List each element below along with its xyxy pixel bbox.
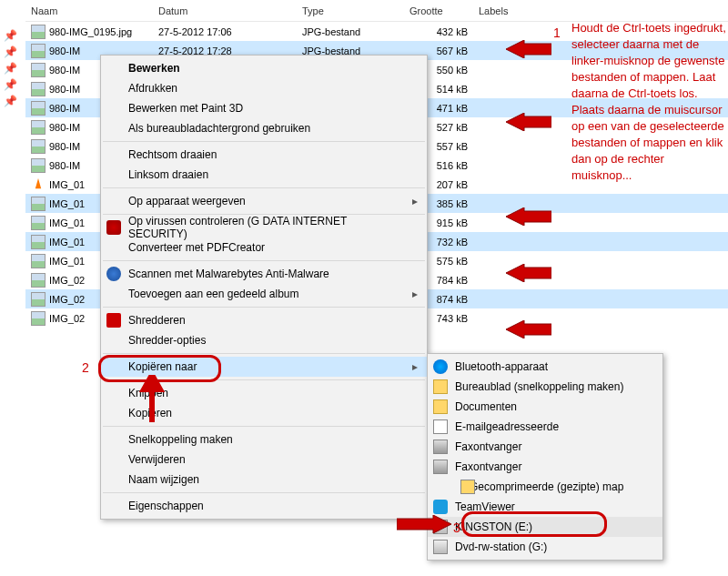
menu-item-label: Verwijderen — [128, 453, 186, 466]
menu-item[interactable]: Als bureaubladachtergrond gebruiken — [101, 118, 427, 138]
file-icon — [31, 63, 46, 77]
submenu-item-label: Bluetooth-apparaat — [455, 360, 548, 373]
submenu-item[interactable]: Gecomprimeerde (gezipte) map — [428, 477, 662, 497]
file-icon — [31, 235, 46, 249]
highlight-circle-kingston — [461, 511, 607, 537]
file-name: 980-IM — [49, 65, 80, 76]
file-name: IMG_01 — [49, 179, 85, 190]
submenu-item[interactable]: Bluetooth-apparaat — [428, 357, 662, 377]
menu-item-label: Shredderen — [128, 314, 186, 327]
menu-item[interactable]: Shredderen — [101, 310, 427, 330]
file-icon — [31, 292, 46, 307]
submenu-item[interactable]: Dvd-rw-station (G:) — [428, 537, 662, 557]
menu-item-label: Shredder-opties — [128, 334, 206, 347]
menu-item-label: Afdrukken — [128, 82, 177, 95]
menu-item-label: Naam wijzigen — [128, 473, 199, 486]
menu-item[interactable]: Eigenschappen — [101, 496, 427, 516]
col-name[interactable]: Naam — [25, 5, 153, 16]
submenu-item-label: Faxontvanger — [455, 440, 521, 453]
menu-item-label: Als bureaubladachtergrond gebruiken — [128, 122, 310, 135]
file-name: IMG_02 — [49, 313, 85, 324]
file-icon — [31, 158, 46, 173]
blue-icon — [106, 267, 121, 281]
pin-icon: 📌 — [4, 95, 16, 107]
menu-item[interactable]: Op virussen controleren (G DATA INTERNET… — [101, 217, 427, 237]
col-labels[interactable]: Labels — [473, 5, 728, 16]
menu-item[interactable]: Afdrukken — [101, 78, 427, 98]
context-menu[interactable]: BewerkenAfdrukkenBewerken met Paint 3DAl… — [100, 55, 428, 520]
pin-icon: 📌 — [4, 78, 16, 91]
menu-item[interactable]: Verwijderen — [101, 450, 427, 470]
menu-item[interactable]: Toevoegen aan een gedeeld album — [101, 284, 427, 304]
submenu-item[interactable]: Faxontvanger — [428, 437, 662, 457]
menu-item[interactable]: Linksom draaien — [101, 165, 427, 185]
file-name: 980-IM — [49, 45, 80, 56]
menu-item-label: Toevoegen aan een gedeeld album — [128, 288, 299, 300]
submenu-item-label: E-mailgeadresseerde — [455, 420, 559, 433]
fax-icon — [433, 460, 448, 474]
submenu-item-label: Documenten — [455, 400, 517, 413]
fax-icon — [433, 440, 448, 454]
menu-item-label: Linksom draaien — [128, 168, 208, 181]
file-type: JPG-bestand — [297, 26, 404, 37]
file-name: 980-IM — [49, 84, 80, 95]
col-size[interactable]: Grootte — [404, 5, 473, 16]
menu-item-label: Rechtsom draaien — [128, 148, 217, 161]
submenu-item-label: Gecomprimeerde (gezipte) map — [470, 480, 623, 493]
submenu-item[interactable]: E-mailgeadresseerde — [428, 417, 662, 437]
file-size: 432 kB — [404, 26, 473, 37]
menu-item[interactable]: Bewerken met Paint 3D — [101, 98, 427, 118]
file-name: 980-IM — [49, 103, 80, 114]
col-type[interactable]: Type — [297, 5, 404, 16]
submenu-item-label: Dvd-rw-station (G:) — [455, 541, 547, 553]
instruction-text: Houdt de Ctrl-toets ingedrukt, selecteer… — [571, 20, 726, 184]
menu-item-label: Snelkoppeling maken — [128, 433, 233, 446]
menu-item[interactable]: Snelkoppeling maken — [101, 429, 427, 450]
menu-item[interactable]: Naam wijzigen — [101, 470, 427, 490]
file-date: 27-5-2012 17:06 — [153, 26, 297, 37]
disk-icon — [433, 540, 448, 554]
selection-arrow — [506, 320, 551, 339]
file-name: 980-IM — [49, 122, 80, 133]
selection-arrow — [506, 207, 551, 226]
menu-item-label: Bewerken — [128, 62, 180, 75]
submenu-item[interactable]: Faxontvanger — [428, 457, 662, 477]
menu-item[interactable]: Bewerken — [101, 58, 427, 78]
file-icon — [31, 216, 46, 230]
file-icon — [31, 254, 46, 268]
selection-arrow — [506, 113, 551, 131]
fold-icon — [433, 399, 448, 414]
file-icon — [31, 25, 46, 39]
pin-icon: 📌 — [4, 62, 16, 75]
pin-icon: 📌 — [4, 45, 16, 58]
file-icon — [31, 82, 46, 96]
menu-item[interactable]: Op apparaat weergeven — [101, 191, 427, 211]
menu-item-label: Scannen met Malwarebytes Anti-Malware — [128, 268, 329, 280]
selection-arrow — [506, 40, 551, 58]
menu-item-label: Bewerken met Paint 3D — [128, 102, 243, 115]
submenu-item[interactable]: Bureaublad (snelkoppeling maken) — [428, 377, 662, 397]
menu-item[interactable]: Shredder-opties — [101, 330, 427, 350]
submenu-item-label: Faxontvanger — [455, 460, 521, 473]
red-icon — [106, 313, 121, 328]
menu-item[interactable]: Scannen met Malwarebytes Anti-Malware — [101, 264, 427, 284]
file-name: 980-IM — [49, 141, 80, 152]
step-3-label: 3 — [453, 520, 460, 535]
menu-item[interactable]: Converteer met PDFCreator — [101, 237, 427, 258]
menu-item-label: Op virussen controleren (G DATA INTERNET… — [128, 215, 405, 240]
pin-column: 📌 📌 📌 📌 📌 — [4, 29, 22, 107]
file-name: IMG_02 — [49, 275, 85, 286]
column-headers[interactable]: Naam Datum Type Grootte Labels — [25, 0, 728, 22]
menu-item[interactable]: Rechtsom draaien — [101, 145, 427, 165]
col-date[interactable]: Datum — [153, 5, 297, 16]
step-3-arrow — [397, 515, 451, 536]
file-icon — [31, 197, 46, 211]
step-1-label: 1 — [553, 25, 561, 40]
file-icon — [31, 177, 46, 192]
submenu-item[interactable]: Documenten — [428, 397, 662, 417]
zip-icon — [460, 480, 475, 494]
file-icon — [31, 44, 46, 58]
tv-icon — [433, 500, 448, 514]
file-icon — [31, 101, 46, 116]
file-name: IMG_01 — [49, 256, 85, 267]
